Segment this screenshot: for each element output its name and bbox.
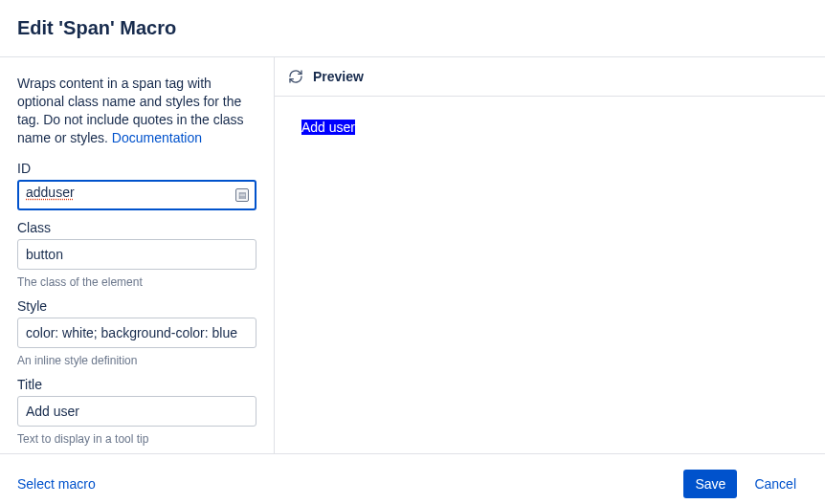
id-input[interactable]: adduser	[17, 180, 256, 210]
preview-title: Preview	[313, 69, 364, 84]
dialog-title: Edit 'Span' Macro	[17, 17, 808, 39]
documentation-link[interactable]: Documentation	[112, 130, 202, 145]
dialog-footer: Select macro Save Cancel	[0, 454, 825, 498]
style-label: Style	[17, 298, 256, 314]
field-group-class: Class The class of the element	[17, 220, 256, 289]
preview-panel: Preview Add user	[275, 57, 825, 453]
title-label: Title	[17, 377, 256, 392]
class-help: The class of the element	[17, 275, 256, 289]
field-group-id: ID adduser ▤	[17, 161, 256, 210]
autofill-icon: ▤	[235, 188, 249, 202]
dialog-body: Wraps content in a span tag with optiona…	[0, 57, 825, 454]
class-input[interactable]	[17, 239, 256, 270]
preview-span-output: Add user	[301, 120, 355, 135]
id-input-wrapper: adduser ▤	[17, 180, 256, 210]
cancel-button[interactable]: Cancel	[743, 470, 808, 498]
style-input[interactable]	[17, 318, 256, 348]
save-button[interactable]: Save	[683, 470, 737, 498]
macro-form-panel: Wraps content in a span tag with optiona…	[0, 57, 275, 453]
title-input[interactable]	[17, 396, 256, 427]
select-macro-button[interactable]: Select macro	[8, 471, 105, 497]
dialog-header: Edit 'Span' Macro	[0, 0, 825, 57]
preview-header: Preview	[275, 57, 825, 97]
macro-description: Wraps content in a span tag with optiona…	[17, 75, 256, 147]
field-group-title: Title Text to display in a tool tip	[17, 377, 256, 446]
preview-body: Add user	[275, 97, 825, 158]
refresh-icon[interactable]	[288, 69, 303, 84]
field-group-style: Style An inline style definition	[17, 298, 256, 367]
id-label: ID	[17, 161, 256, 176]
class-label: Class	[17, 220, 256, 235]
title-help: Text to display in a tool tip	[17, 432, 256, 446]
id-input-value: adduser	[26, 185, 75, 200]
style-help: An inline style definition	[17, 354, 256, 367]
